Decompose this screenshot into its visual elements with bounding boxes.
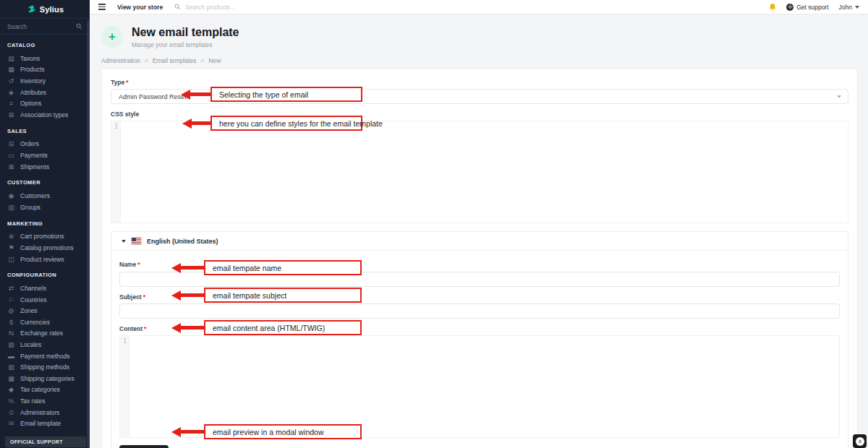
sidebar-item-attributes[interactable]: ◈Attributes <box>0 87 90 98</box>
content-editor: 1 <box>119 335 840 438</box>
locale-label: English (United States) <box>147 238 218 245</box>
sidebar-item-taxons[interactable]: ▤Taxons <box>0 53 90 64</box>
products-icon: ▦ <box>7 66 15 73</box>
breadcrumb-administration[interactable]: Administration <box>101 57 140 64</box>
sidebar-item-label: Orders <box>20 140 39 147</box>
locale-accordion: English (United States) Name* Subject* C… <box>111 231 848 448</box>
sylius-logo[interactable]: Sylius <box>0 0 90 19</box>
symfony-profiler-button[interactable]: s <box>853 434 867 448</box>
user-menu[interactable]: John <box>839 4 859 11</box>
search-icon <box>174 4 181 10</box>
topbar-right: Get support John <box>769 3 859 11</box>
sidebar-item-products[interactable]: ▦Products <box>0 64 90 76</box>
plus-icon: + <box>101 26 123 48</box>
type-select[interactable]: Admin Password Reset <box>111 89 848 104</box>
css-editor-gutter: 1 <box>111 121 121 223</box>
sidebar-item-label: Exchange rates <box>20 329 63 337</box>
shipping-categories-icon: ▩ <box>7 375 15 382</box>
locales-icon: ▧ <box>7 341 15 348</box>
sidebar-item-tax-categories[interactable]: ◆Tax categories <box>0 384 90 396</box>
product-reviews-icon: ◫ <box>7 256 15 263</box>
orders-icon: ⊟ <box>7 140 15 147</box>
sidebar: Sylius CATALOG▤Taxons▦Products↺Inventory… <box>0 0 90 448</box>
sidebar-item-label: Catalog promotions <box>20 244 74 251</box>
content-editor-area[interactable] <box>129 336 839 437</box>
css-editor-area[interactable] <box>121 121 848 223</box>
hamburger-menu-icon[interactable] <box>98 4 106 9</box>
view-store-link[interactable]: View your store <box>117 4 163 11</box>
gear-icon <box>786 4 793 11</box>
page-subtitle: Manage your email templates <box>132 41 239 48</box>
catalog-promotions-icon: ⚑ <box>7 244 15 251</box>
customers-icon: ◉ <box>7 192 15 199</box>
sidebar-item-exchange-rates[interactable]: ⇆Exchange rates <box>0 328 90 340</box>
sidebar-item-association-types[interactable]: ⊞Association types <box>0 109 90 121</box>
sidebar-item-orders[interactable]: ⊟Orders <box>0 139 90 150</box>
sidebar-item-label: Customers <box>20 192 50 199</box>
sidebar-item-label: Channels <box>20 285 46 292</box>
get-support-button[interactable]: Get support <box>786 4 828 11</box>
sidebar-item-label: Attributes <box>20 89 46 96</box>
sidebar-search-input[interactable] <box>7 23 76 30</box>
sidebar-item-email-template[interactable]: ✉Email template <box>0 418 90 429</box>
line-number: 1 <box>111 124 118 130</box>
sidebar-item-label: Cart promotions <box>20 233 64 240</box>
sidebar-item-label: Email template <box>20 420 61 427</box>
sidebar-item-label: Shipping categories <box>20 375 75 382</box>
association-types-icon: ⊞ <box>7 111 15 119</box>
sidebar-item-shipping-methods[interactable]: ▨Shipping methods <box>0 361 90 373</box>
channels-icon: ⇄ <box>7 285 15 292</box>
sidebar-item-inventory[interactable]: ↺Inventory <box>0 75 90 87</box>
name-input[interactable] <box>119 272 840 287</box>
subject-input[interactable] <box>119 303 840 319</box>
payments-icon: ▭ <box>7 152 15 159</box>
sidebar-item-catalog-promotions[interactable]: ⚑Catalog promotions <box>0 242 90 254</box>
breadcrumb-separator: > <box>200 57 204 64</box>
swan-logo-icon <box>26 4 36 14</box>
sidebar-item-channels[interactable]: ⇄Channels <box>0 283 90 294</box>
sidebar-item-label: Countries <box>20 296 46 303</box>
administrators-icon: ⊙ <box>7 409 15 416</box>
cart-promotions-icon: ⊕ <box>7 233 15 240</box>
sidebar-item-payments[interactable]: ▭Payments <box>0 150 90 161</box>
required-asterisk: * <box>144 325 146 332</box>
sidebar-item-groups[interactable]: ▥Groups <box>0 202 90 213</box>
sidebar-item-label: Shipping methods <box>20 363 69 371</box>
sidebar-item-currencies[interactable]: $Currencies <box>0 316 90 328</box>
required-asterisk: * <box>126 79 128 86</box>
name-label: Name* <box>119 261 840 268</box>
inventory-icon: ↺ <box>7 77 15 85</box>
required-asterisk: * <box>143 293 145 301</box>
shipments-icon: ⊠ <box>7 163 15 171</box>
taxons-icon: ▤ <box>7 55 15 62</box>
preview-button[interactable]: Preview <box>119 445 169 448</box>
sidebar-item-shipments[interactable]: ⊠Shipments <box>0 161 90 173</box>
type-select-value: Admin Password Reset <box>119 93 187 100</box>
sidebar-item-shipping-categories[interactable]: ▩Shipping categories <box>0 373 90 384</box>
sidebar-item-administrators[interactable]: ⊙Administrators <box>0 407 90 418</box>
subject-label: Subject* <box>119 293 840 301</box>
sidebar-item-tax-rates[interactable]: %Tax rates <box>0 395 90 407</box>
sidebar-item-label: Tax categories <box>20 386 60 393</box>
official-support-button[interactable]: OFFICIAL SUPPORT <box>5 436 86 447</box>
locale-accordion-header[interactable]: English (United States) <box>111 232 848 251</box>
sidebar-item-locales[interactable]: ▧Locales <box>0 339 90 350</box>
sidebar-item-countries[interactable]: ⚐Countries <box>0 294 90 306</box>
sidebar-item-label: Product reviews <box>20 256 64 263</box>
main-content: + New email template Manage your email t… <box>90 14 868 448</box>
email-template-icon: ✉ <box>7 420 15 427</box>
product-search-input[interactable] <box>185 4 286 11</box>
form-card: Type* Admin Password Reset CSS style 1 E… <box>101 68 858 448</box>
page-title: New email template <box>132 26 239 39</box>
sidebar-item-cart-promotions[interactable]: ⊕Cart promotions <box>0 231 90 243</box>
breadcrumb-email-templates[interactable]: Email templates <box>153 57 196 64</box>
sidebar-item-zones[interactable]: ◍Zones <box>0 306 90 317</box>
sidebar-item-payment-methods[interactable]: ▬Payment methods <box>0 350 90 362</box>
sidebar-scrollbar[interactable] <box>87 20 90 448</box>
sidebar-item-options[interactable]: ≡Options <box>0 98 90 109</box>
sidebar-section-marketing: MARKETING <box>7 220 82 228</box>
sidebar-item-customers[interactable]: ◉Customers <box>0 190 90 202</box>
sidebar-item-product-reviews[interactable]: ◫Product reviews <box>0 254 90 265</box>
sidebar-item-label: Administrators <box>20 409 59 416</box>
notifications-bell-icon[interactable] <box>769 3 776 11</box>
